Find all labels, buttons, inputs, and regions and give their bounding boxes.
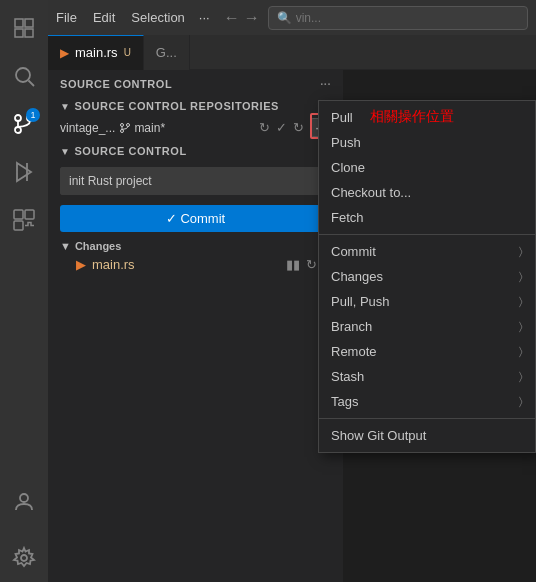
- menu-file[interactable]: File: [48, 0, 85, 35]
- annotation-label: 相關操作位置: [370, 108, 454, 126]
- svg-point-8: [15, 127, 21, 133]
- svg-line-5: [29, 81, 35, 87]
- svg-point-16: [21, 555, 27, 561]
- ctx-menu-remote[interactable]: Remote 〉: [319, 339, 535, 364]
- commit-button[interactable]: ✓ Commit: [60, 205, 331, 232]
- sidebar: SOURCE CONTROL ··· ▼ SOURCE CONTROL REPO…: [48, 70, 343, 582]
- chevron-right-icon: 〉: [519, 295, 523, 308]
- menu-edit[interactable]: Edit: [85, 0, 123, 35]
- svg-rect-1: [25, 19, 33, 27]
- menu-bar: File Edit Selection ···: [48, 0, 216, 35]
- chevron-right-icon: 〉: [519, 245, 523, 258]
- title-bar: File Edit Selection ··· ← → 🔍: [48, 0, 536, 35]
- ctx-menu-fetch[interactable]: Fetch: [319, 205, 535, 230]
- ctx-menu-stash[interactable]: Stash 〉: [319, 364, 535, 389]
- badge: 1: [26, 108, 40, 122]
- activity-run[interactable]: [0, 148, 48, 196]
- svg-marker-10: [17, 163, 31, 181]
- chevron-changes-icon: ▼: [60, 240, 71, 252]
- menu-divider-1: [319, 234, 535, 235]
- svg-point-19: [121, 129, 124, 132]
- ctx-menu-clone[interactable]: Clone: [319, 155, 535, 180]
- ctx-menu-changes[interactable]: Changes 〉: [319, 264, 535, 289]
- menu-selection[interactable]: Selection: [123, 0, 192, 35]
- changes-header: ▼ Changes: [48, 238, 343, 254]
- chevron-right-icon: 〉: [519, 270, 523, 283]
- tab-g-label: G...: [156, 45, 177, 60]
- tab-modified: U: [124, 47, 131, 58]
- chevron-right-icon: 〉: [519, 395, 523, 408]
- search-bar[interactable]: 🔍: [268, 6, 528, 30]
- changes-section: ▼ Changes ▶ main.rs ▮▮ ↻ +: [48, 238, 343, 275]
- ctx-menu-show-git-output[interactable]: Show Git Output: [319, 423, 535, 448]
- check-icon[interactable]: ✓: [276, 120, 287, 135]
- chevron-sc-icon: ▼: [60, 146, 70, 157]
- nav-arrows: ← →: [216, 9, 268, 27]
- repositories-header: ▼ SOURCE CONTROL REPOSITORIES: [48, 96, 343, 116]
- tab-g[interactable]: G...: [144, 35, 190, 70]
- file-row: ▶ main.rs ▮▮ ↻ +: [48, 254, 343, 275]
- tab-main-rs[interactable]: ▶ main.rs U: [48, 35, 144, 70]
- sc-section-header: ▼ SOURCE CONTROL: [48, 141, 343, 161]
- file-undo-icon[interactable]: ↻: [306, 257, 317, 272]
- chevron-down-icon: ▼: [60, 101, 70, 112]
- svg-rect-12: [14, 210, 23, 219]
- svg-point-18: [127, 123, 130, 126]
- ctx-menu-checkout[interactable]: Checkout to...: [319, 180, 535, 205]
- menu-more[interactable]: ···: [193, 0, 216, 35]
- svg-rect-14: [14, 221, 23, 230]
- activity-settings[interactable]: [0, 534, 48, 582]
- svg-rect-0: [15, 19, 23, 27]
- refresh-icon[interactable]: ↻: [259, 120, 270, 135]
- ctx-menu-tags[interactable]: Tags 〉: [319, 389, 535, 414]
- svg-rect-13: [25, 210, 34, 219]
- tab-bar: ▶ main.rs U G...: [48, 35, 536, 70]
- activity-explorer[interactable]: [0, 4, 48, 52]
- svg-rect-3: [25, 29, 33, 37]
- search-input[interactable]: [296, 11, 519, 25]
- repo-name: vintage_...: [60, 121, 115, 135]
- svg-point-4: [16, 68, 30, 82]
- activity-bar: 1: [0, 0, 48, 582]
- branch-info: main*: [119, 121, 165, 135]
- undo-icon[interactable]: ↻: [293, 120, 304, 135]
- branch-icon: [119, 122, 131, 134]
- ctx-menu-push[interactable]: Push: [319, 130, 535, 155]
- ctx-menu-pull-push[interactable]: Pull, Push 〉: [319, 289, 535, 314]
- repositories-section: ▼ SOURCE CONTROL REPOSITORIES vintage_..…: [48, 94, 343, 141]
- tab-label: main.rs: [75, 45, 118, 60]
- svg-rect-2: [15, 29, 23, 37]
- svg-point-15: [20, 494, 28, 502]
- search-icon: 🔍: [277, 11, 292, 25]
- activity-search[interactable]: [0, 52, 48, 100]
- ctx-menu-commit[interactable]: Commit 〉: [319, 239, 535, 264]
- file-name: main.rs: [92, 257, 135, 272]
- chevron-right-icon: 〉: [519, 345, 523, 358]
- file-icon: ▶: [60, 46, 69, 60]
- source-control-more[interactable]: ···: [320, 78, 331, 90]
- menu-divider-2: [319, 418, 535, 419]
- activity-source-control[interactable]: 1: [0, 100, 48, 148]
- source-control-header: SOURCE CONTROL ···: [48, 70, 343, 94]
- rust-file-icon: ▶: [76, 257, 86, 272]
- nav-forward[interactable]: →: [244, 9, 260, 27]
- context-menu: Pull Push Clone Checkout to... Fetch Com…: [318, 100, 536, 453]
- svg-point-17: [121, 123, 124, 126]
- repo-row: vintage_... main* ↻ ✓ ↻ ···: [48, 116, 343, 139]
- activity-extensions[interactable]: [0, 196, 48, 244]
- svg-point-6: [15, 115, 21, 121]
- nav-back[interactable]: ←: [224, 9, 240, 27]
- file-copy-icon[interactable]: ▮▮: [286, 257, 300, 272]
- chevron-right-icon: 〉: [519, 320, 523, 333]
- ctx-menu-branch[interactable]: Branch 〉: [319, 314, 535, 339]
- chevron-right-icon: 〉: [519, 370, 523, 383]
- activity-account[interactable]: [0, 478, 48, 526]
- commit-message-input[interactable]: [60, 167, 331, 195]
